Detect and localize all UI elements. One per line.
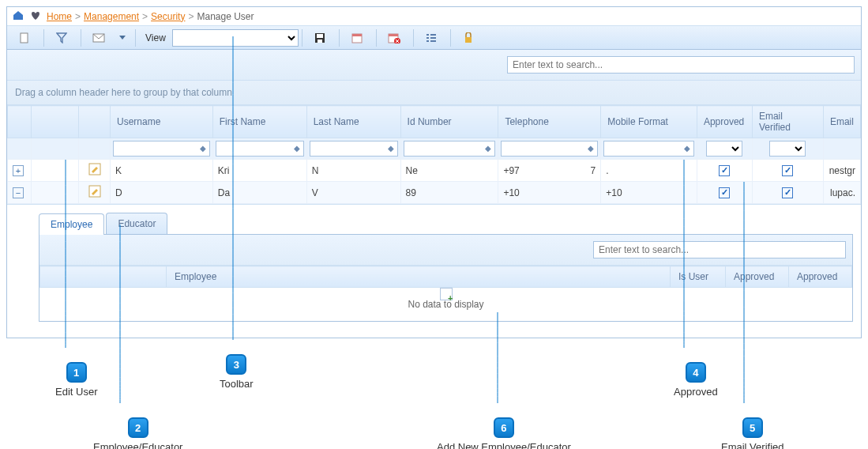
home-icon[interactable] <box>12 9 24 23</box>
callout-label-4: Approved <box>674 386 718 398</box>
filter-icon[interactable]: ◆ <box>291 142 302 153</box>
svg-rect-4 <box>318 40 322 43</box>
breadcrumb-management[interactable]: Management <box>84 11 139 22</box>
view-select[interactable] <box>172 29 299 47</box>
svg-rect-12 <box>426 37 429 39</box>
subcol-isuser[interactable]: Is User <box>671 266 726 288</box>
filter-icon[interactable]: ◆ <box>197 142 209 153</box>
filter-icon[interactable]: ◆ <box>483 142 494 153</box>
breadcrumb-home[interactable]: Home <box>47 11 72 22</box>
tab-educator[interactable]: Educator <box>106 213 167 234</box>
filter-icon[interactable]: ◆ <box>385 142 396 153</box>
no-data-row: No data to display <box>39 288 852 321</box>
filter-icon[interactable]: ◆ <box>585 142 596 153</box>
svg-rect-11 <box>430 34 436 36</box>
filter-row: ◆ ◆ ◆ ◆ ◆ ◆ <box>8 138 861 160</box>
filter-button[interactable] <box>47 28 76 48</box>
callout-bubble-5: 5 <box>742 417 763 438</box>
svg-rect-16 <box>465 37 472 43</box>
filter-telephone[interactable] <box>501 141 598 157</box>
search-input[interactable] <box>507 56 855 74</box>
filter-idnumber[interactable] <box>404 141 496 157</box>
col-emailverified[interactable]: Email Verified <box>752 106 823 138</box>
save-button[interactable] <box>306 28 334 48</box>
col-approved[interactable]: Approved <box>697 106 752 138</box>
collapse-button[interactable]: − <box>13 187 24 198</box>
col-username[interactable]: Username <box>111 106 213 138</box>
lock-button[interactable] <box>454 28 483 48</box>
calendar-delete-button[interactable] <box>380 28 408 48</box>
detail-panel: Employee Educator Employee Is User Appro… <box>7 204 861 338</box>
mail-dropdown[interactable] <box>115 28 130 48</box>
breadcrumb: Home > Management > Security > Manage Us… <box>7 7 861 26</box>
breadcrumb-current: Manage User <box>197 11 254 22</box>
subcol-approved[interactable]: Approved <box>726 266 789 288</box>
new-button[interactable] <box>10 28 39 48</box>
col-mobileformat[interactable]: Mobile Format <box>601 106 697 138</box>
employee-subgrid: Employee Is User Approved Approved <box>39 266 852 288</box>
col-idnumber[interactable]: Id Number <box>400 106 498 138</box>
callout-label-2: Employee/Educator <box>93 441 182 449</box>
breadcrumb-security[interactable]: Security <box>151 11 185 22</box>
callout-bubble-6: 6 <box>494 417 514 438</box>
calendar-button[interactable] <box>343 28 371 48</box>
col-firstname[interactable]: First Name <box>212 106 306 138</box>
subcol-approved2[interactable]: Approved <box>789 266 852 288</box>
approved-checkbox[interactable]: ✓ <box>719 187 730 198</box>
filter-icon[interactable]: ◆ <box>682 142 693 153</box>
view-label: View <box>139 32 172 43</box>
edit-icon[interactable] <box>88 185 101 198</box>
callout-bubble-1: 1 <box>66 362 87 383</box>
table-row: + K Kri N Ne +97 7 . ✓ ✓ nestgr <box>8 160 861 182</box>
edit-icon[interactable] <box>88 163 101 175</box>
users-grid: Username First Name Last Name Id Number … <box>7 105 861 204</box>
subcol-employee[interactable]: Employee <box>167 266 671 288</box>
svg-rect-10 <box>426 34 429 36</box>
expand-button[interactable]: + <box>13 165 24 176</box>
svg-rect-15 <box>430 40 436 42</box>
callout-label-3: Toolbar <box>220 378 254 390</box>
list-button[interactable] <box>417 28 445 48</box>
emailverified-checkbox[interactable]: ✓ <box>782 187 793 198</box>
heart-icon <box>29 9 42 23</box>
group-by-zone[interactable]: Drag a column header here to group by th… <box>7 81 861 105</box>
svg-rect-3 <box>317 34 323 38</box>
svg-rect-13 <box>430 37 436 39</box>
filter-emailverified[interactable] <box>769 141 806 157</box>
col-telephone[interactable]: Telephone <box>498 106 601 138</box>
callout-bubble-3: 3 <box>226 354 246 375</box>
callout-label-6: Add New Employee/Educator <box>437 441 571 449</box>
add-new-icon[interactable] <box>440 288 453 300</box>
callout-label-1: Edit User <box>55 386 97 398</box>
svg-rect-6 <box>352 34 362 36</box>
callout-label-5: Email Verified <box>721 441 783 449</box>
search-bar <box>7 50 861 81</box>
filter-approved[interactable] <box>706 141 742 157</box>
detail-search-input[interactable] <box>593 241 846 258</box>
filter-username[interactable] <box>113 141 210 157</box>
approved-checkbox[interactable]: ✓ <box>719 165 730 176</box>
mail-button[interactable] <box>85 28 113 48</box>
svg-rect-8 <box>389 34 398 36</box>
table-row: − D Da V 89 +10 +10 ✓ ✓ lupac. <box>8 182 861 204</box>
col-lastname[interactable]: Last Name <box>306 106 400 138</box>
toolbar: View <box>7 26 861 50</box>
callout-bubble-4: 4 <box>686 362 706 383</box>
filter-mobileformat[interactable] <box>603 141 694 157</box>
svg-rect-14 <box>426 40 429 42</box>
col-email[interactable]: Email <box>823 106 860 138</box>
tab-employee[interactable]: Employee <box>39 213 104 235</box>
callout-bubble-2: 2 <box>128 417 148 438</box>
emailverified-checkbox[interactable]: ✓ <box>782 165 793 176</box>
svg-rect-0 <box>21 33 28 43</box>
